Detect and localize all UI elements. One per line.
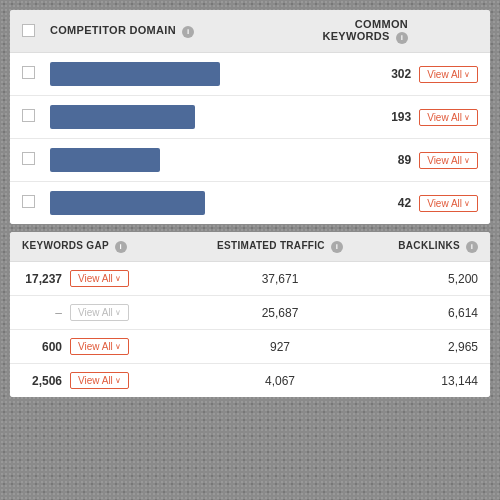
- gap-value: 17,237: [22, 272, 62, 286]
- view-all-button[interactable]: View All ∨: [70, 372, 129, 389]
- cell-gap: 2,506 View All ∨: [22, 372, 182, 389]
- cell-backlinks: 2,965: [378, 340, 478, 354]
- bottom-table-header: KEYWORDS GAP i ESTIMATED TRAFFIC i BACKL…: [10, 232, 490, 262]
- bottom-table-row: 600 View All ∨ 927 2,965: [10, 330, 490, 364]
- backlinks-value: 13,144: [441, 374, 478, 388]
- header-keywords: COMMON KEYWORDS i: [298, 18, 478, 44]
- bottom-table-row: – View All ∨ 25,687 6,614: [10, 296, 490, 330]
- header-domain: COMPETITOR DOMAIN i: [50, 24, 298, 38]
- competitor-bar: [50, 62, 220, 86]
- cell-gap: 17,237 View All ∨: [22, 270, 182, 287]
- traffic-value: 927: [270, 340, 290, 354]
- view-all-button-disabled: View All ∨: [70, 304, 129, 321]
- row-keywords: 89 View All ∨: [298, 152, 478, 169]
- bar-container: [50, 146, 298, 174]
- bottom-table-row: 17,237 View All ∨ 37,671 5,200: [10, 262, 490, 296]
- bar-container: [50, 103, 298, 131]
- traffic-value: 37,671: [262, 272, 299, 286]
- cell-backlinks: 6,614: [378, 306, 478, 320]
- bar-container: [50, 189, 298, 217]
- cell-traffic: 4,067: [182, 374, 378, 388]
- header-gap: KEYWORDS GAP i: [22, 240, 182, 253]
- select-all-checkbox[interactable]: [22, 24, 35, 37]
- backlinks-value: 5,200: [448, 272, 478, 286]
- row-checkbox-col: [22, 65, 50, 83]
- row-keywords: 42 View All ∨: [298, 195, 478, 212]
- gap-label: KEYWORDS GAP: [22, 240, 109, 251]
- chevron-icon: ∨: [115, 376, 121, 385]
- gap-value: –: [22, 306, 62, 320]
- header-traffic: ESTIMATED TRAFFIC i: [182, 240, 378, 253]
- row-checkbox[interactable]: [22, 109, 35, 122]
- bar-container: [50, 60, 298, 88]
- bottom-table-row: 2,506 View All ∨ 4,067 13,144: [10, 364, 490, 397]
- keyword-count: 42: [398, 196, 411, 210]
- traffic-value: 25,687: [262, 306, 299, 320]
- view-all-button[interactable]: View All ∨: [70, 270, 129, 287]
- bottom-panel: KEYWORDS GAP i ESTIMATED TRAFFIC i BACKL…: [10, 232, 490, 397]
- chevron-icon: ∨: [464, 199, 470, 208]
- chevron-icon: ∨: [115, 308, 121, 317]
- chevron-icon: ∨: [115, 342, 121, 351]
- traffic-info-icon[interactable]: i: [331, 241, 343, 253]
- domain-label: COMPETITOR DOMAIN: [50, 24, 176, 36]
- competitor-bar: [50, 105, 195, 129]
- view-all-button[interactable]: View All ∨: [419, 195, 478, 212]
- keyword-count: 89: [398, 153, 411, 167]
- gap-info-icon[interactable]: i: [115, 241, 127, 253]
- gap-value: 2,506: [22, 374, 62, 388]
- view-all-button[interactable]: View All ∨: [419, 109, 478, 126]
- header-checkbox-col: [22, 24, 50, 39]
- row-keywords: 302 View All ∨: [298, 66, 478, 83]
- row-checkbox[interactable]: [22, 195, 35, 208]
- keywords-info-icon[interactable]: i: [396, 32, 408, 44]
- row-checkbox-col: [22, 194, 50, 212]
- row-keywords: 193 View All ∨: [298, 109, 478, 126]
- row-checkbox-col: [22, 108, 50, 126]
- row-checkbox[interactable]: [22, 66, 35, 79]
- table-row: 193 View All ∨: [10, 96, 490, 139]
- table-row: 42 View All ∨: [10, 182, 490, 224]
- cell-gap: 600 View All ∨: [22, 338, 182, 355]
- chevron-icon: ∨: [115, 274, 121, 283]
- cell-backlinks: 13,144: [378, 374, 478, 388]
- view-all-button[interactable]: View All ∨: [70, 338, 129, 355]
- keyword-count: 302: [391, 67, 411, 81]
- table-row: 89 View All ∨: [10, 139, 490, 182]
- competitor-bar: [50, 148, 160, 172]
- chevron-icon: ∨: [464, 156, 470, 165]
- backlinks-info-icon[interactable]: i: [466, 241, 478, 253]
- top-panel: COMPETITOR DOMAIN i COMMON KEYWORDS i 30…: [10, 10, 490, 224]
- traffic-value: 4,067: [265, 374, 295, 388]
- domain-info-icon[interactable]: i: [182, 26, 194, 38]
- chevron-icon: ∨: [464, 70, 470, 79]
- table-row: 302 View All ∨: [10, 53, 490, 96]
- backlinks-value: 6,614: [448, 306, 478, 320]
- backlinks-value: 2,965: [448, 340, 478, 354]
- keyword-count: 193: [391, 110, 411, 124]
- cell-traffic: 927: [182, 340, 378, 354]
- header-backlinks: BACKLINKS i: [378, 240, 478, 253]
- cell-gap: – View All ∨: [22, 304, 182, 321]
- row-checkbox[interactable]: [22, 152, 35, 165]
- traffic-label: ESTIMATED TRAFFIC: [217, 240, 325, 251]
- cell-traffic: 25,687: [182, 306, 378, 320]
- view-all-button[interactable]: View All ∨: [419, 66, 478, 83]
- gap-value: 600: [22, 340, 62, 354]
- view-all-button[interactable]: View All ∨: [419, 152, 478, 169]
- competitor-bar: [50, 191, 205, 215]
- top-table-header: COMPETITOR DOMAIN i COMMON KEYWORDS i: [10, 10, 490, 53]
- chevron-icon: ∨: [464, 113, 470, 122]
- cell-traffic: 37,671: [182, 272, 378, 286]
- backlinks-label: BACKLINKS: [398, 240, 460, 251]
- row-checkbox-col: [22, 151, 50, 169]
- cell-backlinks: 5,200: [378, 272, 478, 286]
